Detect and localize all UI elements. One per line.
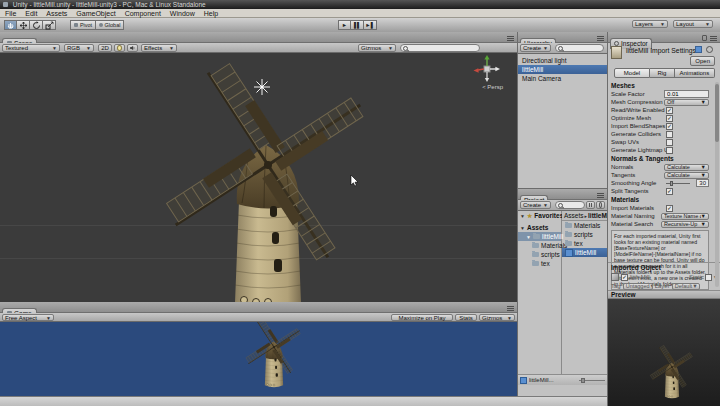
project-create-button[interactable]: Create ▼: [520, 201, 551, 209]
menu-file[interactable]: File: [5, 9, 16, 17]
tab-rig[interactable]: Rig: [650, 68, 675, 78]
tree-item-littlemill[interactable]: ▼ littleMill: [518, 232, 561, 241]
move-tool-button[interactable]: [17, 20, 30, 30]
preview-viewport[interactable]: [608, 299, 720, 406]
panel-menu-icon[interactable]: [507, 36, 514, 41]
aspect-dropdown[interactable]: Free Aspect ▼: [2, 314, 54, 321]
scene-gizmos-dropdown[interactable]: Gizmos ▼: [358, 44, 396, 52]
panel-menu-icon[interactable]: [597, 36, 604, 41]
split-tangents-checkbox[interactable]: ✓: [666, 188, 673, 195]
panel-menu-icon[interactable]: [507, 306, 514, 311]
tab-model[interactable]: Model: [614, 68, 650, 78]
step-button[interactable]: ►▌: [364, 20, 377, 30]
game-gizmos-dropdown[interactable]: Gizmos ▼: [479, 314, 515, 321]
file-item-littlemill[interactable]: littleMill: [562, 248, 607, 257]
active-checkbox[interactable]: ✓: [621, 274, 628, 281]
scale-factor-input[interactable]: [664, 90, 709, 98]
slider-thumb[interactable]: [581, 378, 585, 383]
material-naming-dropdown[interactable]: Texture Name or Mod ▼: [661, 213, 709, 220]
read-write-checkbox[interactable]: ✓: [666, 107, 673, 114]
inspector-scrollbar[interactable]: [715, 82, 719, 287]
scene-viewport[interactable]: < Persp: [0, 53, 517, 302]
import-materials-checkbox[interactable]: ✓: [666, 205, 673, 212]
swap-uvs-checkbox[interactable]: [666, 139, 673, 146]
optimize-mesh-checkbox[interactable]: ✓: [666, 115, 673, 122]
assets-root[interactable]: ▼ Assets: [518, 223, 561, 232]
slider-thumb[interactable]: [670, 181, 673, 186]
smoothing-angle-value[interactable]: 30: [696, 179, 709, 187]
windmill-model[interactable]: [138, 53, 398, 302]
normals-dropdown[interactable]: Calculate ▼: [664, 164, 709, 171]
foldout-icon[interactable]: ▼: [526, 234, 531, 240]
axis-z-cone[interactable]: [495, 67, 500, 71]
generate-lightmap-checkbox[interactable]: [666, 147, 673, 154]
foldout-icon[interactable]: ▼: [520, 213, 525, 219]
panel-menu-icon[interactable]: [597, 193, 604, 198]
menu-component[interactable]: Component: [125, 9, 161, 17]
menu-assets[interactable]: Assets: [46, 9, 67, 17]
menu-edit[interactable]: Edit: [25, 9, 37, 17]
layer-dropdown[interactable]: Default ▼: [672, 283, 700, 290]
axis-x-cone[interactable]: [474, 68, 479, 72]
render-mode-dropdown[interactable]: Textured ▼: [2, 44, 60, 52]
pause-button[interactable]: ▌▌: [351, 20, 364, 30]
hierarchy-search-input[interactable]: [555, 44, 604, 52]
file-item-tex[interactable]: tex: [562, 239, 607, 248]
foldout-icon[interactable]: ▼: [520, 225, 525, 231]
breadcrumb-root[interactable]: Assets: [564, 212, 584, 219]
play-button[interactable]: ►: [338, 20, 351, 30]
perspective-label[interactable]: < Persp: [482, 84, 503, 90]
tree-item-materials[interactable]: Materials: [518, 241, 561, 250]
hierarchy-item-directional-light[interactable]: Directional light: [518, 56, 607, 65]
hierarchy-item-main-camera[interactable]: Main Camera: [518, 74, 607, 83]
2d-toggle-button[interactable]: 2D: [98, 44, 112, 52]
scene-orientation-gizmo[interactable]: [471, 55, 503, 85]
open-button[interactable]: Open: [690, 56, 715, 66]
scrollbar-thumb[interactable]: [715, 84, 719, 142]
scale-tool-button[interactable]: [43, 20, 56, 30]
thumbnail-size-slider[interactable]: [579, 377, 605, 384]
favorites-root[interactable]: ▼ ★ Favorites: [518, 211, 561, 220]
hierarchy-create-button[interactable]: Create ▼: [520, 44, 551, 52]
generate-colliders-checkbox[interactable]: [666, 131, 673, 138]
search-by-type-button[interactable]: [586, 201, 595, 209]
global-toggle-button[interactable]: Global: [96, 20, 124, 30]
render-channel-dropdown[interactable]: RGB ▼: [64, 44, 94, 52]
axis-y-cone[interactable]: [484, 55, 489, 60]
menu-gameobject[interactable]: GameObject: [76, 9, 115, 17]
rotate-tool-button[interactable]: [30, 20, 43, 30]
game-viewport[interactable]: [0, 322, 517, 396]
gear-icon[interactable]: [706, 46, 713, 53]
stats-toggle[interactable]: Stats: [455, 314, 477, 321]
project-search-input[interactable]: [555, 201, 585, 209]
layers-dropdown[interactable]: Layers ▼: [632, 20, 668, 28]
menu-help[interactable]: Help: [204, 9, 218, 17]
static-checkbox[interactable]: [705, 274, 712, 281]
tag-dropdown[interactable]: Untagged ▼: [623, 283, 653, 290]
file-item-scripts[interactable]: scripts: [562, 230, 607, 239]
panel-menu-icon[interactable]: [710, 36, 717, 41]
effects-dropdown[interactable]: Effects ▼: [141, 44, 177, 52]
menu-window[interactable]: Window: [170, 9, 195, 17]
mesh-compression-dropdown[interactable]: Off ▼: [664, 99, 709, 106]
hand-tool-button[interactable]: [4, 20, 17, 30]
layout-dropdown[interactable]: Layout ▼: [673, 20, 713, 28]
lock-icon[interactable]: [702, 35, 707, 41]
scene-search-input[interactable]: [400, 44, 480, 52]
tree-item-tex[interactable]: tex: [518, 259, 561, 268]
tangents-dropdown[interactable]: Calculate ▼: [664, 172, 709, 179]
hierarchy-item-littlemill[interactable]: littleMill: [518, 65, 607, 74]
maximize-on-play-toggle[interactable]: Maximize on Play: [391, 314, 453, 321]
file-item-materials[interactable]: Materials: [562, 221, 607, 230]
material-search-dropdown[interactable]: Recursive-Up ▼: [661, 221, 709, 228]
preview-header[interactable]: Preview: [608, 290, 720, 299]
import-blendshapes-checkbox[interactable]: ✓: [666, 123, 673, 130]
scene-lighting-toggle[interactable]: [114, 44, 125, 52]
tree-item-scripts[interactable]: scripts: [518, 250, 561, 259]
unity-logo-icon: [3, 2, 8, 7]
scene-audio-toggle[interactable]: [127, 44, 138, 52]
help-book-icon[interactable]: [695, 46, 702, 53]
search-by-label-button[interactable]: [596, 201, 605, 209]
tab-animations[interactable]: Animations: [675, 68, 715, 78]
pivot-toggle-button[interactable]: Pivot: [70, 20, 96, 30]
